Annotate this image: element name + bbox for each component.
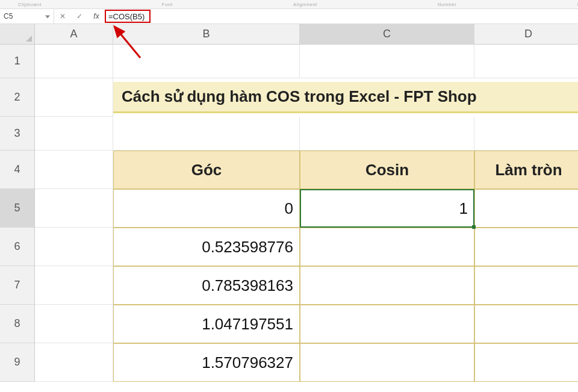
- page-title: Cách sử dụng hàm COS trong Excel - FPT S…: [113, 82, 578, 113]
- row-header-6[interactable]: 6: [0, 228, 35, 266]
- col-header-b[interactable]: B: [113, 24, 300, 45]
- header-lamtron[interactable]: Làm tròn: [474, 151, 578, 189]
- col-header-c[interactable]: C: [300, 24, 474, 45]
- cell-d8[interactable]: [474, 305, 578, 343]
- fx-icon[interactable]: fx: [88, 9, 105, 23]
- cell-c8[interactable]: [300, 305, 474, 343]
- cell-d3[interactable]: [474, 117, 578, 151]
- cell-b9[interactable]: 1.570796327: [113, 343, 300, 382]
- cancel-icon[interactable]: ✕: [54, 9, 71, 23]
- cell-c3[interactable]: [300, 117, 474, 151]
- formula-bar: C5 ✕ ✓ fx =COS(B5): [0, 8, 578, 24]
- cell-a3[interactable]: [35, 117, 113, 151]
- ribbon-hints: Clipboard Font Alignment Number Styles: [0, 0, 578, 8]
- row-header-8[interactable]: 8: [0, 305, 35, 343]
- cell-c9[interactable]: [300, 343, 474, 382]
- header-goc[interactable]: Góc: [113, 151, 300, 189]
- cell-c5[interactable]: 1: [300, 189, 474, 228]
- row-header-3[interactable]: 3: [0, 117, 35, 151]
- cell-d6[interactable]: [474, 228, 578, 266]
- enter-icon[interactable]: ✓: [71, 9, 88, 23]
- cell-d9[interactable]: [474, 343, 578, 382]
- cell-a7[interactable]: [35, 266, 113, 305]
- row-headers: 1 2 3 4 5 6 7 8 9: [0, 45, 35, 382]
- row-header-2[interactable]: 2: [0, 78, 35, 117]
- cell-a4[interactable]: [35, 151, 113, 189]
- cell-a6[interactable]: [35, 228, 113, 266]
- name-box[interactable]: C5: [0, 9, 54, 23]
- formula-input[interactable]: =COS(B5): [105, 10, 151, 23]
- cell-c1[interactable]: [300, 45, 474, 78]
- row-header-1[interactable]: 1: [0, 45, 35, 78]
- cell-b7[interactable]: 0.785398163: [113, 266, 300, 305]
- cell-a5[interactable]: [35, 189, 113, 228]
- cell-d5[interactable]: [474, 189, 578, 228]
- col-header-d[interactable]: D: [474, 24, 578, 45]
- row-header-4[interactable]: 4: [0, 151, 35, 189]
- cell-b5[interactable]: 0: [113, 189, 300, 228]
- column-headers: A B C D: [35, 24, 578, 45]
- row-header-9[interactable]: 9: [0, 343, 35, 382]
- cell-d1[interactable]: [474, 45, 578, 78]
- cell-b8[interactable]: 1.047197551: [113, 305, 300, 343]
- cell-a1[interactable]: [35, 45, 113, 78]
- cell-a9[interactable]: [35, 343, 113, 382]
- cell-a8[interactable]: [35, 305, 113, 343]
- cell-c7[interactable]: [300, 266, 474, 305]
- col-header-a[interactable]: A: [35, 24, 113, 45]
- cell-c6[interactable]: [300, 228, 474, 266]
- row-header-5[interactable]: 5: [0, 189, 35, 228]
- header-cosin[interactable]: Cosin: [300, 151, 474, 189]
- cell-b6[interactable]: 0.523598776: [113, 228, 300, 266]
- cell-b3[interactable]: [113, 117, 300, 151]
- cell-b1[interactable]: [113, 45, 300, 78]
- cell-d7[interactable]: [474, 266, 578, 305]
- row-header-7[interactable]: 7: [0, 266, 35, 305]
- select-all-corner[interactable]: [0, 24, 35, 45]
- cell-a2[interactable]: [35, 78, 113, 117]
